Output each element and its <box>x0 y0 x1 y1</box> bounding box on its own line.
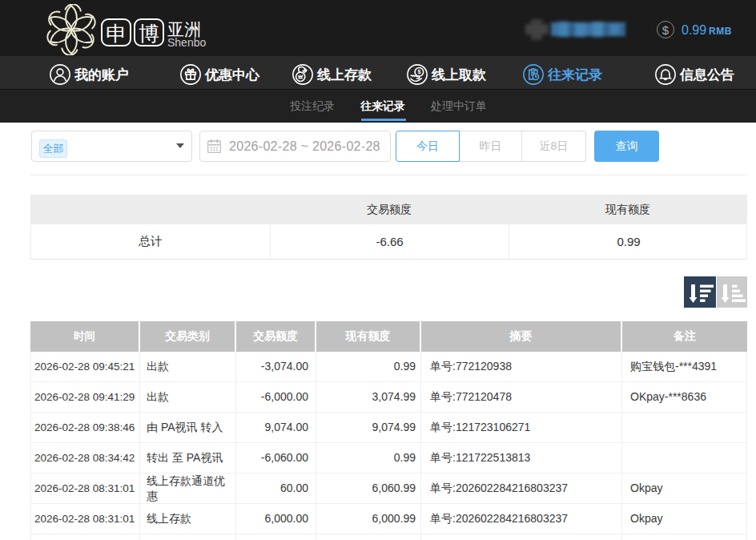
svg-text:$: $ <box>417 69 420 75</box>
